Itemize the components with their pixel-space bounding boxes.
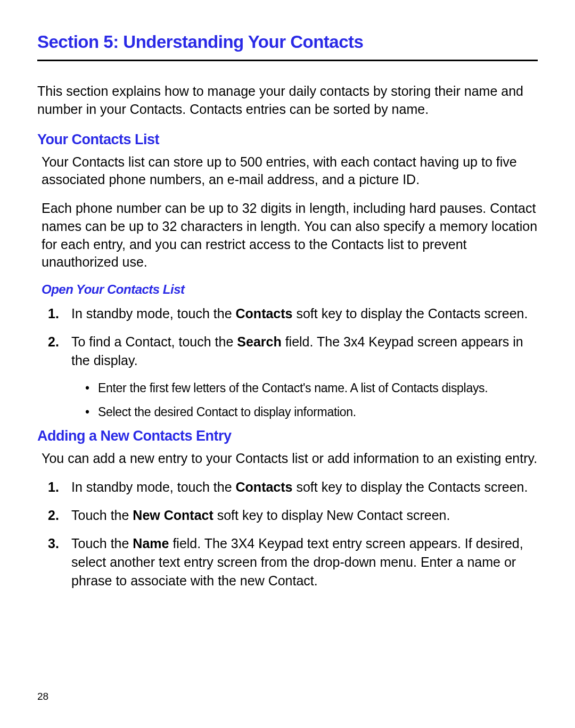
step-item: 1. In standby mode, touch the Contacts s… bbox=[42, 304, 538, 323]
bullet-item: •Select the desired Contact to display i… bbox=[85, 403, 538, 421]
bullet-text: Enter the first few letters of the Conta… bbox=[98, 379, 488, 397]
bullets-open-contacts: •Enter the first few letters of the Cont… bbox=[85, 379, 538, 421]
page-number: 28 bbox=[37, 691, 48, 702]
heading-your-contacts-list: Your Contacts List bbox=[37, 131, 538, 148]
steps-open-contacts: 1. In standby mode, touch the Contacts s… bbox=[42, 304, 538, 370]
step-item: 2. To find a Contact, touch the Search f… bbox=[42, 333, 538, 370]
step-text: Touch the New Contact soft key to displa… bbox=[71, 506, 538, 525]
step-text: In standby mode, touch the Contacts soft… bbox=[71, 304, 538, 323]
step-number: 2. bbox=[42, 506, 71, 525]
step-text: To find a Contact, touch the Search fiel… bbox=[71, 333, 538, 370]
intro-paragraph: This section explains how to manage your… bbox=[37, 82, 538, 119]
steps-add-entry: 1. In standby mode, touch the Contacts s… bbox=[42, 478, 538, 590]
step-item: 2. Touch the New Contact soft key to dis… bbox=[42, 506, 538, 525]
step-number: 1. bbox=[42, 304, 71, 323]
bullet-icon: • bbox=[85, 379, 98, 397]
step-text: Touch the Name field. The 3X4 Keypad tex… bbox=[71, 534, 538, 590]
section-title: Section 5: Understanding Your Contacts bbox=[37, 32, 538, 52]
step-number: 2. bbox=[42, 333, 71, 370]
heading-open-contacts: Open Your Contacts List bbox=[42, 282, 538, 297]
heading-adding-new-entry: Adding a New Contacts Entry bbox=[37, 428, 538, 444]
paragraph-number-limits: Each phone number can be up to 32 digits… bbox=[42, 200, 538, 271]
step-text: In standby mode, touch the Contacts soft… bbox=[71, 478, 538, 497]
bullet-text: Select the desired Contact to display in… bbox=[98, 403, 356, 421]
bullet-icon: • bbox=[85, 403, 98, 421]
title-rule bbox=[37, 60, 538, 61]
step-item: 1. In standby mode, touch the Contacts s… bbox=[42, 478, 538, 497]
step-number: 3. bbox=[42, 534, 71, 590]
step-item: 3. Touch the Name field. The 3X4 Keypad … bbox=[42, 534, 538, 590]
paragraph-add-entry: You can add a new entry to your Contacts… bbox=[42, 450, 538, 468]
step-number: 1. bbox=[42, 478, 71, 497]
paragraph-storage-limits: Your Contacts list can store up to 500 e… bbox=[42, 153, 538, 189]
bullet-item: •Enter the first few letters of the Cont… bbox=[85, 379, 538, 397]
